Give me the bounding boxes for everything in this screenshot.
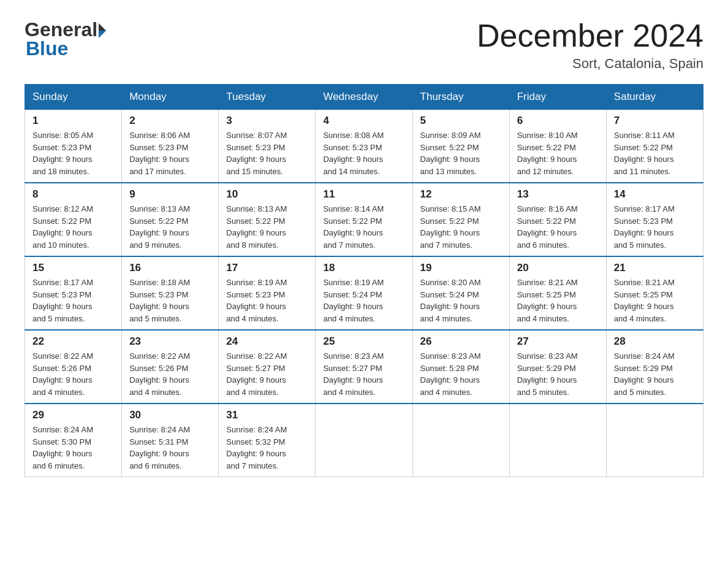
- calendar-day-cell: 27 Sunrise: 8:23 AMSunset: 5:29 PMDaylig…: [509, 330, 606, 404]
- calendar-day-cell: 11 Sunrise: 8:14 AMSunset: 5:22 PMDaylig…: [316, 183, 412, 256]
- day-number: 22: [32, 335, 114, 348]
- day-number: 24: [226, 335, 308, 348]
- day-info: Sunrise: 8:23 AMSunset: 5:28 PMDaylight:…: [420, 351, 481, 397]
- day-number: 8: [32, 188, 114, 201]
- calendar-day-cell: 13 Sunrise: 8:16 AMSunset: 5:22 PMDaylig…: [509, 183, 606, 256]
- day-number: 2: [129, 115, 211, 127]
- calendar-day-cell: [412, 404, 509, 477]
- day-number: 4: [323, 115, 404, 127]
- day-info: Sunrise: 8:16 AMSunset: 5:22 PMDaylight:…: [517, 204, 578, 250]
- calendar-day-cell: 28 Sunrise: 8:24 AMSunset: 5:29 PMDaylig…: [606, 330, 703, 404]
- logo: General Blue: [25, 18, 106, 60]
- day-number: 28: [614, 335, 696, 348]
- location-text: Sort, Catalonia, Spain: [477, 56, 703, 72]
- calendar-day-cell: 31 Sunrise: 8:24 AMSunset: 5:32 PMDaylig…: [219, 404, 316, 477]
- day-info: Sunrise: 8:12 AMSunset: 5:22 PMDaylight:…: [32, 204, 93, 250]
- page-header: General Blue December 2024 Sort, Catalon…: [25, 18, 703, 72]
- month-title: December 2024: [477, 18, 703, 53]
- day-info: Sunrise: 8:22 AMSunset: 5:27 PMDaylight:…: [226, 351, 287, 397]
- day-number: 10: [226, 188, 308, 201]
- calendar-day-cell: 17 Sunrise: 8:19 AMSunset: 5:23 PMDaylig…: [219, 256, 316, 330]
- day-number: 16: [129, 262, 211, 274]
- calendar-day-cell: 26 Sunrise: 8:23 AMSunset: 5:28 PMDaylig…: [412, 330, 509, 404]
- calendar-header-row: SundayMondayTuesdayWednesdayThursdayFrid…: [25, 85, 703, 110]
- calendar-day-cell: 7 Sunrise: 8:11 AMSunset: 5:22 PMDayligh…: [606, 110, 703, 183]
- day-number: 5: [420, 115, 502, 127]
- day-number: 11: [323, 188, 404, 201]
- calendar-day-cell: 6 Sunrise: 8:10 AMSunset: 5:22 PMDayligh…: [509, 110, 606, 183]
- day-info: Sunrise: 8:15 AMSunset: 5:22 PMDaylight:…: [420, 204, 481, 250]
- calendar-day-cell: 5 Sunrise: 8:09 AMSunset: 5:22 PMDayligh…: [412, 110, 509, 183]
- calendar-day-cell: [606, 404, 703, 477]
- calendar-day-cell: [509, 404, 606, 477]
- day-info: Sunrise: 8:20 AMSunset: 5:24 PMDaylight:…: [420, 278, 481, 323]
- day-info: Sunrise: 8:07 AMSunset: 5:23 PMDaylight:…: [226, 131, 287, 176]
- day-info: Sunrise: 8:21 AMSunset: 5:25 PMDaylight:…: [517, 278, 578, 323]
- day-info: Sunrise: 8:23 AMSunset: 5:29 PMDaylight:…: [517, 351, 578, 397]
- calendar-day-cell: 14 Sunrise: 8:17 AMSunset: 5:23 PMDaylig…: [606, 183, 703, 256]
- calendar-day-cell: 20 Sunrise: 8:21 AMSunset: 5:25 PMDaylig…: [509, 256, 606, 330]
- day-number: 31: [226, 409, 308, 421]
- calendar-day-cell: 3 Sunrise: 8:07 AMSunset: 5:23 PMDayligh…: [219, 110, 316, 183]
- day-info: Sunrise: 8:13 AMSunset: 5:22 PMDaylight:…: [226, 204, 287, 250]
- day-info: Sunrise: 8:11 AMSunset: 5:22 PMDaylight:…: [614, 131, 675, 176]
- day-number: 12: [420, 188, 502, 201]
- calendar-day-cell: 10 Sunrise: 8:13 AMSunset: 5:22 PMDaylig…: [219, 183, 316, 256]
- calendar-day-cell: 22 Sunrise: 8:22 AMSunset: 5:26 PMDaylig…: [25, 330, 122, 404]
- day-info: Sunrise: 8:14 AMSunset: 5:22 PMDaylight:…: [323, 204, 384, 250]
- day-info: Sunrise: 8:19 AMSunset: 5:23 PMDaylight:…: [226, 278, 287, 323]
- calendar-week-row: 15 Sunrise: 8:17 AMSunset: 5:23 PMDaylig…: [25, 256, 703, 330]
- calendar-day-cell: 24 Sunrise: 8:22 AMSunset: 5:27 PMDaylig…: [219, 330, 316, 404]
- day-info: Sunrise: 8:24 AMSunset: 5:30 PMDaylight:…: [32, 425, 93, 470]
- day-number: 23: [129, 335, 211, 348]
- day-info: Sunrise: 8:13 AMSunset: 5:22 PMDaylight:…: [129, 204, 190, 250]
- calendar-day-cell: 23 Sunrise: 8:22 AMSunset: 5:26 PMDaylig…: [122, 330, 219, 404]
- day-number: 19: [420, 262, 502, 274]
- day-info: Sunrise: 8:19 AMSunset: 5:24 PMDaylight:…: [323, 278, 384, 323]
- calendar-day-cell: 12 Sunrise: 8:15 AMSunset: 5:22 PMDaylig…: [412, 183, 509, 256]
- day-number: 15: [32, 262, 114, 274]
- day-number: 21: [614, 262, 696, 274]
- calendar-day-cell: 30 Sunrise: 8:24 AMSunset: 5:31 PMDaylig…: [122, 404, 219, 477]
- day-info: Sunrise: 8:18 AMSunset: 5:23 PMDaylight:…: [129, 278, 190, 323]
- day-number: 6: [517, 115, 599, 127]
- day-info: Sunrise: 8:22 AMSunset: 5:26 PMDaylight:…: [129, 351, 190, 397]
- calendar-day-cell: [316, 404, 412, 477]
- calendar-day-header: Saturday: [606, 85, 703, 110]
- calendar-week-row: 8 Sunrise: 8:12 AMSunset: 5:22 PMDayligh…: [25, 183, 703, 256]
- day-info: Sunrise: 8:17 AMSunset: 5:23 PMDaylight:…: [32, 278, 93, 323]
- day-info: Sunrise: 8:23 AMSunset: 5:27 PMDaylight:…: [323, 351, 384, 397]
- day-number: 7: [614, 115, 696, 127]
- calendar-day-header: Friday: [509, 85, 606, 110]
- day-number: 17: [226, 262, 308, 274]
- calendar-day-cell: 18 Sunrise: 8:19 AMSunset: 5:24 PMDaylig…: [316, 256, 412, 330]
- calendar-day-cell: 16 Sunrise: 8:18 AMSunset: 5:23 PMDaylig…: [122, 256, 219, 330]
- calendar-week-row: 22 Sunrise: 8:22 AMSunset: 5:26 PMDaylig…: [25, 330, 703, 404]
- day-info: Sunrise: 8:24 AMSunset: 5:32 PMDaylight:…: [226, 425, 287, 470]
- day-info: Sunrise: 8:06 AMSunset: 5:23 PMDaylight:…: [129, 131, 190, 176]
- title-section: December 2024 Sort, Catalonia, Spain: [477, 18, 703, 72]
- calendar-day-header: Monday: [122, 85, 219, 110]
- day-number: 29: [32, 409, 114, 421]
- calendar-day-header: Tuesday: [219, 85, 316, 110]
- day-info: Sunrise: 8:09 AMSunset: 5:22 PMDaylight:…: [420, 131, 481, 176]
- day-info: Sunrise: 8:08 AMSunset: 5:23 PMDaylight:…: [323, 131, 384, 176]
- calendar-day-header: Wednesday: [316, 85, 412, 110]
- day-info: Sunrise: 8:22 AMSunset: 5:26 PMDaylight:…: [32, 351, 93, 397]
- calendar-day-cell: 9 Sunrise: 8:13 AMSunset: 5:22 PMDayligh…: [122, 183, 219, 256]
- day-number: 18: [323, 262, 404, 274]
- calendar-day-cell: 25 Sunrise: 8:23 AMSunset: 5:27 PMDaylig…: [316, 330, 412, 404]
- calendar-day-cell: 2 Sunrise: 8:06 AMSunset: 5:23 PMDayligh…: [122, 110, 219, 183]
- calendar-day-cell: 8 Sunrise: 8:12 AMSunset: 5:22 PMDayligh…: [25, 183, 122, 256]
- day-info: Sunrise: 8:10 AMSunset: 5:22 PMDaylight:…: [517, 131, 578, 176]
- calendar-day-header: Thursday: [412, 85, 509, 110]
- logo-blue-text: Blue: [26, 37, 68, 59]
- calendar-day-cell: 19 Sunrise: 8:20 AMSunset: 5:24 PMDaylig…: [412, 256, 509, 330]
- day-number: 14: [614, 188, 696, 201]
- day-info: Sunrise: 8:21 AMSunset: 5:25 PMDaylight:…: [614, 278, 675, 323]
- calendar-day-cell: 1 Sunrise: 8:05 AMSunset: 5:23 PMDayligh…: [25, 110, 122, 183]
- calendar-table: SundayMondayTuesdayWednesdayThursdayFrid…: [25, 84, 703, 477]
- day-number: 20: [517, 262, 599, 274]
- day-number: 30: [129, 409, 211, 421]
- calendar-week-row: 1 Sunrise: 8:05 AMSunset: 5:23 PMDayligh…: [25, 110, 703, 183]
